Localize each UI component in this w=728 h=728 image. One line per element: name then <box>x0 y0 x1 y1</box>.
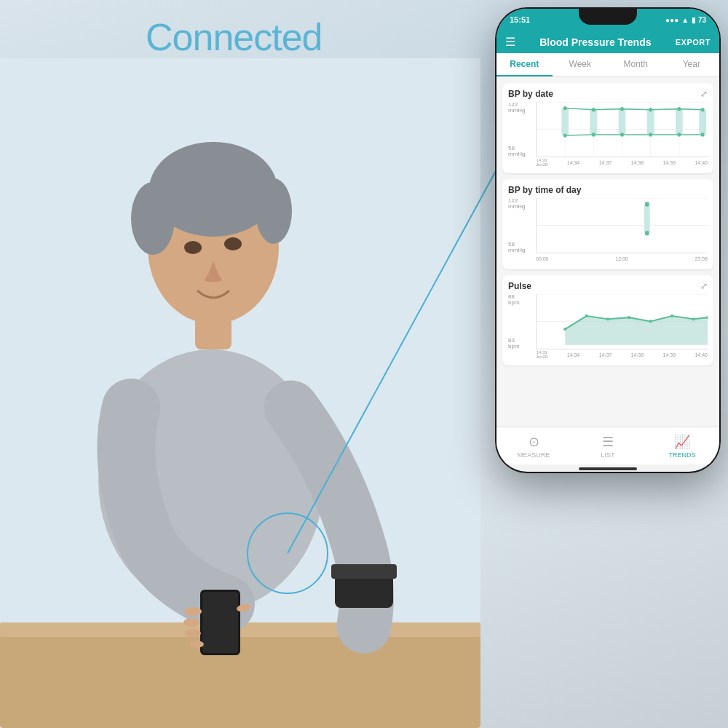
connected-line1: Connected <box>146 15 323 60</box>
pulse-x-axis: 14:33Jun29 14:34 14:37 14:38 14:39 14:40 <box>536 349 708 360</box>
bp-time-title: BP by time of day <box>508 185 581 195</box>
list-icon: ☰ <box>602 434 614 450</box>
x-pulse-6: 14:40 <box>695 352 708 357</box>
svg-point-11 <box>224 237 242 250</box>
x-time-2: 12:00 <box>615 256 628 261</box>
export-button[interactable]: EXPORT <box>676 38 711 47</box>
pulse-expand-icon[interactable]: ⤢ <box>700 281 708 291</box>
x-pulse-1: 14:33Jun29 <box>536 350 547 359</box>
pulse-chart-area: 88bpm 83bpm <box>508 294 708 360</box>
svg-rect-32 <box>619 109 626 135</box>
svg-rect-13 <box>331 564 397 579</box>
svg-point-47 <box>701 132 705 136</box>
x-label-5: 14:39 <box>663 160 676 165</box>
svg-point-17 <box>183 618 199 627</box>
svg-point-61 <box>670 314 673 317</box>
svg-point-39 <box>649 108 652 111</box>
bp-date-y-axis: 122mmHg 58mmHg <box>508 102 534 157</box>
wifi-icon: ▲ <box>681 16 689 24</box>
person-illustration <box>0 58 480 728</box>
pulse-plot <box>536 294 708 349</box>
svg-point-38 <box>620 107 624 111</box>
tab-month[interactable]: Month <box>608 53 664 76</box>
svg-rect-15 <box>202 592 238 653</box>
svg-point-43 <box>592 132 596 136</box>
bp-time-plot <box>536 198 708 253</box>
battery-indicator: ▮ 73 <box>692 16 706 24</box>
tab-year[interactable]: Year <box>664 53 720 76</box>
measure-icon: ⊙ <box>529 434 539 450</box>
svg-point-57 <box>585 314 588 317</box>
bp-date-title: BP by date <box>508 89 553 99</box>
bp-date-card: BP by date ⤢ 122mmHg 58mmHg <box>502 83 713 173</box>
svg-point-37 <box>592 108 596 111</box>
svg-point-52 <box>645 202 649 206</box>
svg-point-42 <box>563 133 567 137</box>
status-time: 15:51 <box>510 15 530 24</box>
svg-point-8 <box>131 182 175 255</box>
bp-date-x-axis: 14:33Jun28 14:34 14:37 14:38 14:39 14:40 <box>536 157 708 167</box>
header-title: Blood Pressure Trends <box>539 36 651 48</box>
svg-point-45 <box>649 132 652 136</box>
tab-week[interactable]: Week <box>553 53 609 76</box>
x-label-2: 14:34 <box>567 160 580 165</box>
pulse-title: Pulse <box>508 281 531 291</box>
x-label-3: 14:37 <box>599 160 612 165</box>
nav-trends[interactable]: 📈 TRENDS <box>645 434 719 459</box>
svg-point-18 <box>185 629 201 638</box>
svg-rect-35 <box>699 110 706 135</box>
x-time-1: 00:00 <box>536 256 549 261</box>
y-time-bottom: 58mmHg <box>508 242 534 253</box>
svg-point-59 <box>628 316 630 319</box>
phone-mockup: 15:51 ●●● ▲ ▮ 73 ☰ Blood Pressure Trends… <box>495 7 721 473</box>
svg-point-58 <box>606 317 609 320</box>
bottom-nav: ⊙ MEASURE ☰ LIST 📈 TRENDS <box>496 427 719 464</box>
trends-label: TRENDS <box>668 451 695 459</box>
signal-icon: ●●● <box>665 16 678 24</box>
x-pulse-4: 14:38 <box>631 352 644 357</box>
svg-point-9 <box>256 178 292 244</box>
list-label: LIST <box>601 451 614 459</box>
svg-rect-33 <box>647 110 654 135</box>
menu-icon[interactable]: ☰ <box>505 35 515 49</box>
phone-inner: 15:51 ●●● ▲ ▮ 73 ☰ Blood Pressure Trends… <box>496 9 719 472</box>
bp-date-title-row: BP by date ⤢ <box>508 89 708 99</box>
y-label-bottom: 58mmHg <box>508 146 534 157</box>
svg-rect-51 <box>644 205 650 234</box>
status-icons: ●●● ▲ ▮ 73 <box>665 16 706 24</box>
pulse-card: Pulse ⤢ 88bpm 83bpm <box>502 275 713 365</box>
x-pulse-3: 14:37 <box>599 352 612 357</box>
pulse-y-axis: 88bpm 83bpm <box>508 294 534 349</box>
svg-point-40 <box>677 107 681 111</box>
bp-time-chart-area: 122mmHg 58mmHg <box>508 198 708 264</box>
svg-point-10 <box>184 241 202 254</box>
bp-date-chart-area: 122mmHg 58mmHg <box>508 102 708 167</box>
y-pulse-bottom: 83bpm <box>508 338 534 349</box>
svg-rect-34 <box>676 109 683 135</box>
bp-time-y-axis: 122mmHg 58mmHg <box>508 198 534 253</box>
x-time-3: 23:59 <box>695 256 708 261</box>
svg-point-53 <box>645 231 649 235</box>
y-time-top: 122mmHg <box>508 198 534 210</box>
svg-point-19 <box>189 641 204 648</box>
bp-time-title-row: BP by time of day <box>508 185 708 195</box>
nav-list[interactable]: ☰ LIST <box>571 434 645 459</box>
svg-point-62 <box>692 317 695 320</box>
tab-recent[interactable]: Recent <box>496 53 553 76</box>
svg-point-60 <box>649 320 652 323</box>
svg-point-36 <box>563 106 567 110</box>
x-label-4: 14:38 <box>631 160 644 165</box>
tab-bar: Recent Week Month Year <box>496 53 719 77</box>
bp-date-plot <box>536 102 708 157</box>
svg-rect-31 <box>590 110 597 135</box>
bp-date-expand-icon[interactable]: ⤢ <box>700 89 708 99</box>
svg-point-56 <box>563 328 566 331</box>
svg-point-46 <box>677 132 681 136</box>
x-label-1: 14:33Jun28 <box>536 158 547 167</box>
bp-time-card: BP by time of day 122mmHg 58mmHg <box>502 179 713 269</box>
nav-measure[interactable]: ⊙ MEASURE <box>496 434 571 459</box>
pulse-title-row: Pulse ⤢ <box>508 281 708 291</box>
bp-time-x-axis: 00:00 12:00 23:59 <box>536 253 708 264</box>
phone-notch <box>579 9 637 25</box>
app-header: ☰ Blood Pressure Trends EXPORT <box>496 31 719 53</box>
